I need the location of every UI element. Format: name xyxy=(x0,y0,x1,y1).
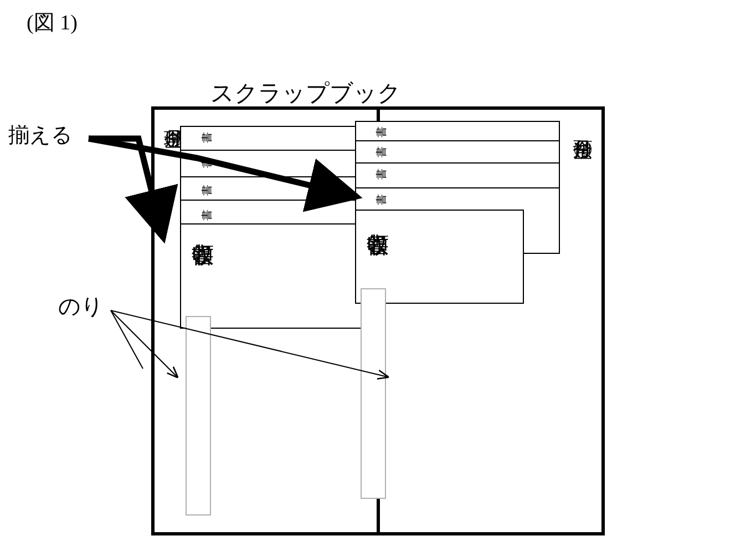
glue-arrow-left-branch xyxy=(111,310,143,369)
arrows-overlay xyxy=(0,0,756,551)
glue-arrow-right xyxy=(111,310,388,377)
align-arrow-right xyxy=(89,139,357,197)
align-arrow-left xyxy=(89,139,163,238)
glue-arrow-left xyxy=(111,310,177,377)
